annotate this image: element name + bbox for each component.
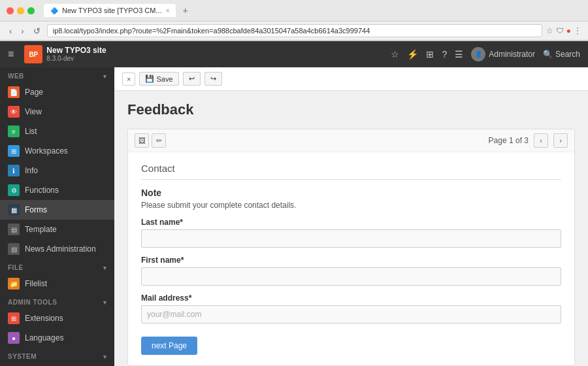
sidebar-item-info[interactable]: ℹ Info [0,161,114,180]
form-card-toolbar: 🖼 ✏ Page 1 of 3 ‹ › [128,129,574,152]
save-button[interactable]: 💾 Save [139,72,178,86]
sidebar-item-page[interactable]: 📄 Page [0,82,114,102]
browser-chrome: 🔷 New TYPO3 site [TYPO3 CM... × + ‹ › ↺ … [0,0,588,41]
sidebar-item-template[interactable]: ▤ Template [0,220,114,239]
flash-icon[interactable]: ⚡ [407,49,418,59]
tab-favicon: 🔷 [50,7,58,14]
undo-icon: ↩ [189,75,195,83]
content-area: × 💾 Save ↩ ↪ Feedback 🖼 [114,67,588,366]
form-note-text: Please submit your complete contact deta… [141,201,561,210]
sidebar-item-label: Forms [25,205,47,214]
menu-icon[interactable]: ⋮ [574,26,581,35]
address-bar[interactable] [47,24,542,37]
redo-button[interactable]: ↪ [204,72,222,86]
user-label: Administrator [489,50,535,59]
apps-icon[interactable]: ☰ [455,49,463,59]
security-icon: ● [566,26,571,35]
sidebar: WEB ▾ 📄 Page 👁 View ≡ List ⊞ Workspaces … [0,67,114,366]
search-button[interactable]: 🔍 Search [543,50,580,59]
topbar: ≡ BP New TYPO3 site 8.3.0-dev ☆ ⚡ ⊞ ? ☰ … [0,41,588,67]
help-icon[interactable]: ? [442,49,447,59]
hamburger-menu[interactable]: ≡ [8,48,14,60]
page-info: Page 1 of 3 [489,136,529,145]
template-icon: ▤ [8,224,20,235]
page-icon: 📄 [8,86,20,98]
sidebar-item-label: Template [25,225,57,234]
topbar-logo: BP New TYPO3 site 8.3.0-dev [24,45,106,63]
sidebar-section-admintools: ADMIN TOOLS ▾ [0,293,114,308]
search-label: Search [555,50,580,59]
site-name: New TYPO3 site [46,46,106,55]
sidebar-item-languages[interactable]: ● Languages [0,328,114,348]
sidebar-item-extensions[interactable]: ⊞ Extensions [0,308,114,328]
firstname-label: First name* [141,256,561,265]
refresh-button[interactable]: ↺ [31,25,43,37]
back-button[interactable]: ‹ [7,25,14,37]
site-version: 8.3.0-dev [46,55,106,63]
browser-addressbar: ‹ › ↺ ☆ 🛡 ● ⋮ [0,21,588,41]
next-page-button[interactable]: next Page [141,337,197,355]
lastname-input[interactable] [141,229,561,248]
user-menu[interactable]: 👤 Administrator [471,47,535,61]
form-body: Contact Note Please submit your complete… [128,152,574,365]
undo-button[interactable]: ↩ [183,72,201,86]
redo-icon: ↪ [210,75,216,83]
close-button[interactable]: × [122,73,135,86]
filelist-icon: 📁 [8,278,20,290]
sidebar-item-label: News Administration [25,244,96,254]
sidebar-item-label: Filelist [25,279,47,288]
prev-page-button[interactable]: ‹ [534,133,548,148]
page-navigation: Page 1 of 3 ‹ › [489,133,568,148]
bookmark-topbar-icon[interactable]: ☆ [391,49,399,59]
search-icon: 🔍 [543,50,553,59]
extensions-icon: ⊞ [8,312,20,324]
content-toolbar: × 💾 Save ↩ ↪ [114,67,588,91]
close-dot[interactable] [7,7,14,14]
sidebar-item-filelist[interactable]: 📁 Filelist [0,274,114,293]
form-container: Feedback 🖼 ✏ Page 1 of 3 ‹ › [114,91,588,366]
sidebar-item-access[interactable]: 🔒 Access [0,363,114,366]
bookmark-icon[interactable]: ☆ [546,26,553,35]
browser-action-icons: ☆ 🛡 ● ⋮ [546,26,581,35]
card-edit-icon[interactable]: ✏ [152,133,166,148]
sidebar-item-label: Workspaces [25,146,68,156]
newsadmin-icon: ▤ [8,243,20,255]
form-field-lastname: Last name* [141,218,561,248]
firstname-input[interactable] [141,267,561,286]
browser-tab[interactable]: 🔷 New TYPO3 site [TYPO3 CM... × [44,4,176,17]
browser-dots [7,7,35,14]
view-icon: 👁 [8,106,20,118]
minimize-dot[interactable] [17,7,24,14]
topbar-title: New TYPO3 site 8.3.0-dev [46,46,106,63]
form-section-title: Contact [141,163,561,180]
mail-label: Mail address* [141,293,561,303]
sidebar-item-label: View [25,107,42,116]
card-image-icon[interactable]: 🖼 [135,133,149,148]
sidebar-item-functions[interactable]: ⚙ Functions [0,180,114,200]
sidebar-item-label: Languages [25,333,63,342]
tab-close-button[interactable]: × [166,7,170,14]
next-page-nav-button[interactable]: › [553,133,568,148]
form-card-icons: 🖼 ✏ [135,133,166,148]
file-section-arrow: ▾ [103,265,107,271]
shield-icon: 🛡 [556,26,564,35]
sidebar-item-news-admin[interactable]: ▤ News Administration [0,239,114,259]
user-avatar: 👤 [471,47,485,61]
maximize-dot[interactable] [27,7,35,14]
sidebar-item-view[interactable]: 👁 View [0,102,114,122]
form-field-mail: Mail address* [141,293,561,324]
functions-icon: ⚙ [8,184,20,196]
sidebar-item-label: Extensions [25,314,63,323]
sidebar-item-forms[interactable]: ▦ Forms [0,200,114,220]
grid-icon[interactable]: ⊞ [426,49,434,59]
forward-button[interactable]: › [18,25,26,37]
typo3-app: ≡ BP New TYPO3 site 8.3.0-dev ☆ ⚡ ⊞ ? ☰ … [0,41,588,366]
mail-input[interactable] [141,305,561,324]
browser-titlebar: 🔷 New TYPO3 site [TYPO3 CM... × + [0,0,588,21]
sidebar-item-list[interactable]: ≡ List [0,122,114,141]
sidebar-item-label: List [25,127,37,136]
web-section-arrow: ▾ [103,73,107,80]
new-tab-button[interactable]: + [182,5,188,16]
main-layout: WEB ▾ 📄 Page 👁 View ≡ List ⊞ Workspaces … [0,67,588,366]
sidebar-item-workspaces[interactable]: ⊞ Workspaces [0,141,114,161]
